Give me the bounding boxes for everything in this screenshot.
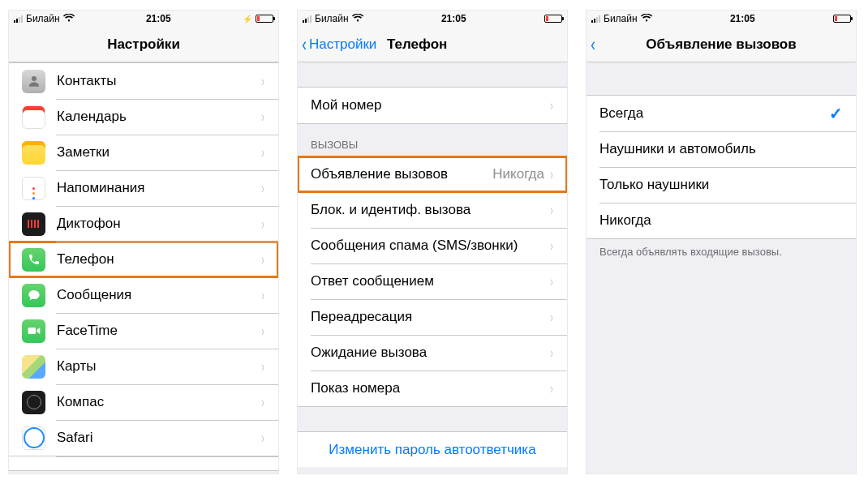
wifi-icon <box>641 14 652 24</box>
row-value: Никогда <box>492 166 544 182</box>
settings-row-messages[interactable]: Сообщения › <box>9 277 278 313</box>
svg-point-0 <box>32 76 37 81</box>
chevron-right-icon: › <box>261 216 264 233</box>
signal-icon <box>303 15 312 23</box>
status-bar: Билайн 21:05 <box>298 11 567 27</box>
row-label: Safari <box>57 430 260 446</box>
battery-icon <box>256 15 273 23</box>
settings-row-maps[interactable]: Карты › <box>9 349 278 384</box>
chevron-right-icon: › <box>550 380 553 397</box>
nav-bar: ‹ Объявление вызовов <box>587 27 856 62</box>
option-label: Никогда <box>599 212 843 229</box>
chevron-right-icon: › <box>550 202 553 219</box>
row-my-number[interactable]: Мой номер › <box>298 88 567 123</box>
chevron-right-icon: › <box>261 358 264 375</box>
compass-icon <box>22 391 45 414</box>
clock: 21:05 <box>730 13 755 24</box>
option-label: Наушники и автомобиль <box>599 141 843 157</box>
chevron-right-icon: › <box>550 345 553 362</box>
row-block-id[interactable]: Блок. и идентиф. вызова › <box>298 192 567 228</box>
back-label: Настройки <box>309 36 376 53</box>
chevron-right-icon: › <box>261 430 264 447</box>
status-bar: Билайн 21:05 ⚡ <box>9 11 278 27</box>
chevron-right-icon: › <box>550 97 553 114</box>
option-headphones-only[interactable]: Только наушники <box>587 167 856 203</box>
svg-rect-1 <box>28 328 35 334</box>
chevron-right-icon: › <box>261 323 264 340</box>
chevron-right-icon: › <box>550 309 553 326</box>
chevron-right-icon: › <box>261 287 264 304</box>
option-always[interactable]: Всегда ✓ <box>587 96 856 131</box>
row-call-waiting[interactable]: Ожидание вызова › <box>298 335 567 370</box>
safari-icon <box>22 426 45 450</box>
settings-row-facetime[interactable]: FaceTime › <box>9 313 278 349</box>
settings-row-voice-memos[interactable]: Диктофон › <box>9 206 278 242</box>
settings-row-notes[interactable]: Заметки › <box>9 135 278 170</box>
charging-icon: ⚡ <box>243 15 252 24</box>
chevron-right-icon: › <box>550 166 553 183</box>
voice-memos-icon <box>22 212 45 236</box>
row-label: Телефон <box>57 251 260 268</box>
carrier-label: Билайн <box>315 13 349 24</box>
facetime-icon <box>22 319 45 343</box>
row-label: Сообщения <box>57 287 260 303</box>
back-button[interactable]: ‹ Настройки <box>301 35 376 54</box>
settings-row-safari[interactable]: Safari › <box>9 420 278 456</box>
screen-settings: Билайн 21:05 ⚡ Настройки Контакты › Кал <box>8 10 279 474</box>
clock: 21:05 <box>146 13 171 24</box>
row-label: FaceTime <box>57 323 260 339</box>
row-label: Показ номера <box>311 380 549 396</box>
row-show-caller-id[interactable]: Показ номера › <box>298 370 567 406</box>
chevron-right-icon: › <box>550 238 553 255</box>
contacts-icon <box>22 70 45 93</box>
row-respond-with-text[interactable]: Ответ сообщением › <box>298 263 567 299</box>
signal-icon <box>591 15 600 23</box>
option-label: Только наушники <box>599 177 843 193</box>
settings-row-calendar[interactable]: Календарь › <box>9 99 278 135</box>
screen-announce-calls: Билайн 21:05 ‹ Объявление вызовов Всегда… <box>586 10 857 474</box>
link-label: Изменить пароль автоответчика <box>329 442 535 458</box>
settings-list: Контакты › Календарь › Заметки › Напомин… <box>9 62 278 473</box>
wifi-icon <box>352 14 363 24</box>
chevron-right-icon: › <box>261 180 264 197</box>
row-spam[interactable]: Сообщения спама (SMS/звонки) › <box>298 228 567 263</box>
status-bar: Билайн 21:05 <box>587 11 856 27</box>
section-header-calls: Вызовы <box>298 124 567 156</box>
phone-icon <box>22 248 45 272</box>
row-change-voicemail-password[interactable]: Изменить пароль автоответчика <box>298 431 567 467</box>
chevron-right-icon: › <box>261 251 264 268</box>
settings-row-reminders[interactable]: Напоминания › <box>9 170 278 206</box>
settings-row-phone[interactable]: Телефон › <box>9 242 278 277</box>
calendar-icon <box>22 105 45 129</box>
option-label: Всегда <box>599 105 829 122</box>
row-label: Блок. и идентиф. вызова <box>311 202 549 218</box>
row-call-forwarding[interactable]: Переадресация › <box>298 299 567 335</box>
row-label: Переадресация <box>311 309 549 325</box>
row-label: Мой номер <box>311 97 549 114</box>
row-announce-calls[interactable]: Объявление вызовов Никогда › <box>298 156 567 192</box>
row-label: Календарь <box>57 109 260 125</box>
nav-bar: Настройки <box>9 27 278 62</box>
carrier-label: Билайн <box>604 13 638 24</box>
option-never[interactable]: Никогда <box>587 203 856 238</box>
row-label: Напоминания <box>57 180 260 196</box>
checkmark-icon: ✓ <box>829 104 843 123</box>
row-label: Заметки <box>57 144 260 161</box>
row-label: Компас <box>57 394 260 410</box>
announce-options: Всегда ✓ Наушники и автомобиль Только на… <box>587 62 856 473</box>
row-label: Диктофон <box>57 216 260 232</box>
reminders-icon <box>22 177 45 200</box>
clock: 21:05 <box>441 13 466 24</box>
row-label: Сообщения спама (SMS/звонки) <box>311 238 549 254</box>
option-headphones-car[interactable]: Наушники и автомобиль <box>587 131 856 167</box>
section-footer: Всегда объявлять входящие вызовы. <box>587 239 856 264</box>
settings-row-compass[interactable]: Компас › <box>9 384 278 420</box>
chevron-right-icon: › <box>261 144 264 161</box>
messages-icon <box>22 284 45 307</box>
signal-icon <box>14 15 23 23</box>
back-button[interactable]: ‹ <box>590 35 598 54</box>
chevron-right-icon: › <box>261 109 264 126</box>
row-label: Карты <box>57 358 260 375</box>
settings-row-contacts[interactable]: Контакты › <box>9 63 278 99</box>
row-label: Объявление вызовов <box>311 166 492 182</box>
